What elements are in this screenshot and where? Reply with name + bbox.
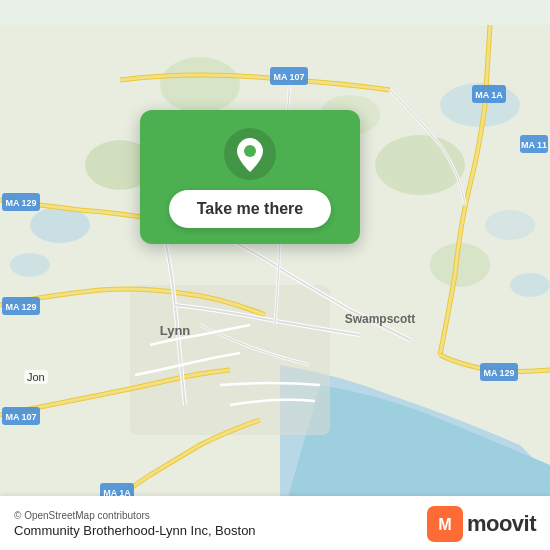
svg-point-9: [160, 57, 240, 113]
svg-text:MA 129: MA 129: [483, 368, 514, 378]
svg-point-5: [510, 273, 550, 297]
map-container: MA 107 MA 1A MA 129 MA 129 MA 107 MA 1A …: [0, 0, 550, 550]
svg-text:MA 1A: MA 1A: [475, 90, 503, 100]
svg-point-4: [485, 210, 535, 240]
svg-text:MA 107: MA 107: [273, 72, 304, 82]
svg-point-2: [10, 253, 50, 277]
svg-point-31: [244, 145, 256, 157]
location-pin-icon: [224, 128, 276, 180]
location-title: Community Brotherhood-Lynn Inc, Boston: [14, 523, 256, 538]
moovit-logo: M moovit: [427, 506, 536, 542]
svg-text:Lynn: Lynn: [160, 323, 191, 338]
svg-text:Swampscott: Swampscott: [345, 312, 416, 326]
svg-text:M: M: [438, 515, 451, 533]
svg-text:MA 107: MA 107: [5, 412, 36, 422]
svg-rect-11: [130, 285, 330, 435]
jon-label: Jon: [24, 370, 48, 384]
take-me-there-button[interactable]: Take me there: [169, 190, 331, 228]
moovit-text: moovit: [467, 511, 536, 537]
map-background: MA 107 MA 1A MA 129 MA 129 MA 107 MA 1A …: [0, 0, 550, 550]
moovit-icon: M: [427, 506, 463, 542]
bottom-info: © OpenStreetMap contributors Community B…: [14, 510, 256, 538]
svg-text:MA 129: MA 129: [5, 198, 36, 208]
svg-text:MA 11: MA 11: [521, 140, 547, 150]
bottom-bar: © OpenStreetMap contributors Community B…: [0, 496, 550, 550]
location-card: Take me there: [140, 110, 360, 244]
copyright-text: © OpenStreetMap contributors: [14, 510, 256, 521]
svg-text:MA 129: MA 129: [5, 302, 36, 312]
